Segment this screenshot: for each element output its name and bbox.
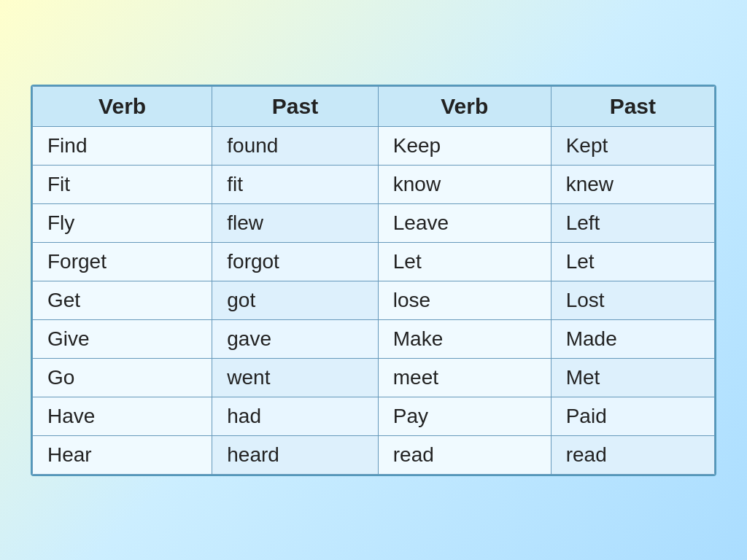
verb1-cell: Find xyxy=(33,126,212,165)
verb1-cell: Give xyxy=(33,319,212,358)
past1-cell: fit xyxy=(212,165,378,203)
header-past2: Past xyxy=(551,86,714,126)
table-row: FlyflewLeaveLeft xyxy=(33,203,715,242)
past1-cell: heard xyxy=(212,435,378,474)
table-row: HavehadPayPaid xyxy=(33,397,715,435)
past1-cell: went xyxy=(212,358,378,397)
irregular-verbs-table: Verb Past Verb Past FindfoundKeepKeptFit… xyxy=(32,86,715,475)
header-verb1: Verb xyxy=(33,86,212,126)
verb2-cell: Let xyxy=(378,242,551,281)
table-row: GivegaveMakeMade xyxy=(33,319,715,358)
header-past1: Past xyxy=(212,86,378,126)
verb2-cell: lose xyxy=(378,281,551,319)
past2-cell: Paid xyxy=(551,397,714,435)
past1-cell: got xyxy=(212,281,378,319)
verb2-cell: read xyxy=(378,435,551,474)
verb2-cell: Leave xyxy=(378,203,551,242)
table-row: Hearheardreadread xyxy=(33,435,715,474)
verb1-cell: Get xyxy=(33,281,212,319)
verb2-cell: meet xyxy=(378,358,551,397)
past2-cell: Kept xyxy=(551,126,714,165)
past2-cell: Made xyxy=(551,319,714,358)
verb1-cell: Hear xyxy=(33,435,212,474)
table-row: Fitfitknowknew xyxy=(33,165,715,203)
verb1-cell: Fly xyxy=(33,203,212,242)
verb2-cell: know xyxy=(378,165,551,203)
table-row: GetgotloseLost xyxy=(33,281,715,319)
verb2-cell: Keep xyxy=(378,126,551,165)
table-header-row: Verb Past Verb Past xyxy=(33,86,715,126)
past1-cell: forgot xyxy=(212,242,378,281)
verb-table-container: Verb Past Verb Past FindfoundKeepKeptFit… xyxy=(31,85,716,476)
past2-cell: Met xyxy=(551,358,714,397)
verb2-cell: Make xyxy=(378,319,551,358)
verb2-cell: Pay xyxy=(378,397,551,435)
past2-cell: Left xyxy=(551,203,714,242)
table-row: FindfoundKeepKept xyxy=(33,126,715,165)
table-row: GowentmeetMet xyxy=(33,358,715,397)
past2-cell: read xyxy=(551,435,714,474)
past2-cell: knew xyxy=(551,165,714,203)
past1-cell: had xyxy=(212,397,378,435)
past2-cell: Lost xyxy=(551,281,714,319)
past1-cell: gave xyxy=(212,319,378,358)
table-row: ForgetforgotLetLet xyxy=(33,242,715,281)
past1-cell: found xyxy=(212,126,378,165)
past1-cell: flew xyxy=(212,203,378,242)
verb1-cell: Forget xyxy=(33,242,212,281)
verb1-cell: Have xyxy=(33,397,212,435)
header-verb2: Verb xyxy=(378,86,551,126)
verb1-cell: Fit xyxy=(33,165,212,203)
past2-cell: Let xyxy=(551,242,714,281)
verb1-cell: Go xyxy=(33,358,212,397)
